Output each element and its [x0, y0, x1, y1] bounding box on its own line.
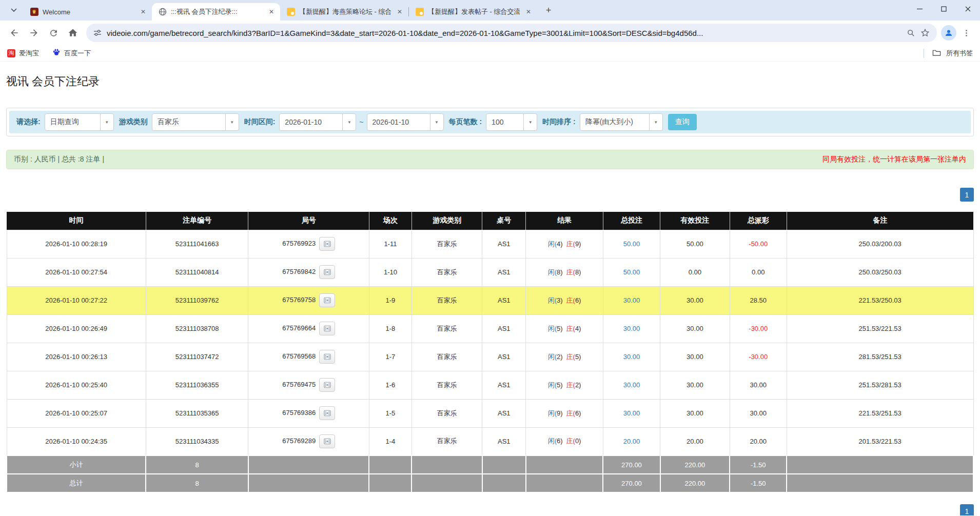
video-replay-button[interactable]: [319, 237, 335, 251]
query-mode-select[interactable]: 日期查询 ▼: [45, 113, 114, 131]
folder-icon: [932, 49, 941, 58]
profile-icon[interactable]: [941, 25, 956, 41]
site-info-icon[interactable]: [93, 29, 102, 37]
cell-total-bet[interactable]: 20.00: [603, 427, 660, 455]
table-row: 2026-01-10 00:25:40523111036355675769475…: [7, 371, 973, 399]
cell-round: 675769475: [248, 371, 369, 399]
home-icon[interactable]: [64, 24, 82, 42]
chevron-down-icon: ▼: [100, 114, 113, 130]
cell-valid-bet: 0.00: [660, 258, 730, 286]
video-replay-button[interactable]: [319, 265, 335, 279]
result-player: 闲(4): [548, 240, 563, 249]
cell-total-bet[interactable]: 30.00: [603, 371, 660, 399]
new-tab-button[interactable]: +: [541, 3, 556, 17]
cell-round: 675769842: [248, 258, 369, 286]
cell-game-type: 百家乐: [411, 286, 482, 314]
bookmark-star-icon[interactable]: [920, 28, 930, 37]
menu-icon[interactable]: [957, 24, 975, 42]
result-banker: 庄(2): [566, 381, 581, 390]
cell-valid-bet: 30.00: [660, 371, 730, 399]
pagination-top: 1: [6, 188, 974, 202]
cell-bet-id: 523111039762: [146, 286, 248, 314]
cell-valid-bet: 30.00: [660, 399, 730, 427]
url-text[interactable]: videoie.com/game/betrecord_search/kind3?…: [107, 29, 901, 37]
table-total-row: 总计8270.00220.00-1.50: [7, 474, 973, 492]
close-icon[interactable]: ✕: [139, 7, 148, 16]
bookmark-baidu[interactable]: 百度一下: [52, 48, 91, 58]
video-replay-button[interactable]: [319, 434, 335, 448]
cell-total-bet[interactable]: 30.00: [603, 343, 660, 371]
tab-title: 【新提醒】海燕策略论坛 - 综合: [299, 7, 391, 16]
zoom-icon[interactable]: [907, 29, 915, 37]
all-bookmarks-label: 所有书签: [946, 49, 973, 58]
result-player: 闲(5): [548, 381, 563, 390]
total-label: 小计: [7, 455, 146, 474]
date-end-select[interactable]: 2026-01-10 ▼: [367, 113, 444, 131]
cell-time: 2026-01-10 00:26:49: [7, 314, 146, 343]
tab-forum-2[interactable]: 【新提醒】发表帖子 - 综合交流 ✕: [409, 3, 537, 21]
cell-game-type: 百家乐: [411, 343, 482, 371]
video-icon: [324, 353, 331, 360]
result-banker: 庄(0): [566, 436, 581, 446]
forum-favicon-icon: [415, 8, 424, 16]
cell-total-bet[interactable]: 30.00: [603, 286, 660, 314]
close-icon[interactable]: ✕: [267, 7, 276, 16]
table-body: 2026-01-10 00:28:19523111041663675769923…: [7, 230, 973, 492]
all-bookmarks[interactable]: 所有书签: [924, 49, 973, 58]
minimize-button[interactable]: [908, 0, 932, 17]
cell-note: 221.53/250.03: [787, 286, 973, 314]
video-replay-button[interactable]: [319, 378, 335, 392]
page-content: 视讯 会员下注纪录 请选择: 日期查询 ▼ 游戏类别 百家乐 ▼ 时间区间: 2…: [0, 62, 980, 515]
cell-note: 201.53/221.53: [787, 427, 973, 455]
tab-welcome[interactable]: ♛ Welcome ✕: [24, 3, 152, 21]
cell-total-bet[interactable]: 50.00: [603, 258, 660, 286]
cell-total-bet[interactable]: 50.00: [603, 230, 660, 258]
cell-session: 1-6: [369, 371, 411, 399]
cell-total-bet[interactable]: 30.00: [603, 399, 660, 427]
tab-bet-records[interactable]: :::视讯 会员下注纪录::: ✕: [152, 3, 280, 21]
close-icon[interactable]: ✕: [524, 7, 533, 16]
cell-valid-bet: 20.00: [660, 427, 730, 455]
cell-session: 1-4: [369, 427, 411, 455]
cell-table-no: AS1: [482, 314, 526, 343]
column-header: 场次: [369, 212, 411, 230]
back-icon[interactable]: [5, 24, 24, 42]
divider: [924, 49, 924, 58]
close-window-button[interactable]: [956, 0, 980, 17]
cell-note: [787, 474, 973, 492]
page-number-button[interactable]: 1: [960, 504, 974, 515]
page-number-button[interactable]: 1: [960, 188, 974, 202]
taobao-icon: 淘: [7, 49, 15, 57]
search-button[interactable]: 查询: [668, 114, 697, 130]
cell-session: [369, 474, 411, 492]
video-replay-button[interactable]: [319, 406, 335, 420]
close-icon[interactable]: ✕: [395, 7, 404, 16]
cell-note: 250.03/200.03: [787, 230, 973, 258]
url-bar[interactable]: videoie.com/game/betrecord_search/kind3?…: [86, 24, 937, 42]
video-replay-button[interactable]: [319, 293, 335, 307]
maximize-button[interactable]: [932, 0, 956, 17]
tab-forum-1[interactable]: 【新提醒】海燕策略论坛 - 综合 ✕: [280, 3, 408, 21]
date-start-select[interactable]: 2026-01-10 ▼: [279, 113, 356, 131]
cell-valid-bet: 30.00: [660, 286, 730, 314]
cell-game-type: 百家乐: [411, 314, 482, 343]
tab-list-chevron-icon[interactable]: [6, 3, 22, 18]
cell-round: 675769758: [248, 286, 369, 314]
video-replay-button[interactable]: [319, 322, 335, 335]
game-type-select[interactable]: 百家乐 ▼: [152, 113, 239, 131]
cell-session: 1-5: [369, 399, 411, 427]
sort-select[interactable]: 降幂(由大到小) ▼: [580, 113, 663, 131]
page-size-select[interactable]: 100 ▼: [486, 113, 537, 131]
round-number: 675769475: [282, 381, 316, 388]
reload-icon[interactable]: [44, 24, 63, 42]
cell-session: 1-8: [369, 314, 411, 343]
bookmark-taobao[interactable]: 淘 爱淘宝: [7, 49, 39, 58]
forward-icon[interactable]: [25, 24, 43, 42]
cell-bet-id: 523111034335: [146, 427, 248, 455]
cell-game-type: 百家乐: [411, 399, 482, 427]
total-payout: -1.50: [730, 474, 787, 492]
cell-bet-id: 523111041663: [146, 230, 248, 258]
video-replay-button[interactable]: [319, 350, 335, 364]
cell-total-bet[interactable]: 30.00: [603, 314, 660, 343]
cell-game-type: 百家乐: [411, 427, 482, 455]
